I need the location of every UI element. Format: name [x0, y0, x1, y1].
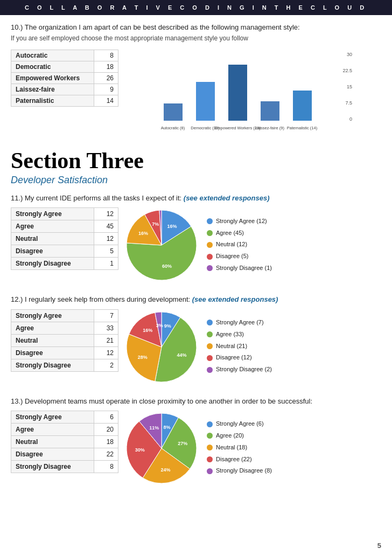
legend-dot	[207, 265, 213, 271]
table-row: Agree20	[11, 423, 118, 435]
legend-dot	[207, 320, 213, 325]
legend-dot	[207, 367, 213, 373]
row-value: 18	[94, 435, 118, 448]
legend-item: Disagree (5)	[207, 251, 272, 262]
legend-item: Strongly Agree (6)	[207, 419, 272, 429]
q11-chart-area: 16%60%16%7% Strongly Agree (12)Agree (45…	[124, 207, 381, 283]
pie-label: 7%	[152, 222, 159, 227]
legend-label: Agree (45)	[216, 228, 244, 239]
svg-text:Empowered Workers (26): Empowered Workers (26)	[214, 126, 261, 130]
legend-label: Strongly Agree (7)	[216, 317, 264, 328]
legend-item: Agree (45)	[207, 228, 272, 239]
q13-legend: Strongly Agree (6)Agree (20)Neutral (18)…	[207, 419, 272, 477]
row-value: 45	[94, 220, 118, 233]
q13-chart-area: 8%27%24%30%11% Strongly Agree (6)Agree (…	[124, 411, 381, 486]
svg-rect-9	[293, 91, 312, 121]
legend-item: Neutral (21)	[207, 341, 272, 352]
q11-pie: 16%60%16%7%	[124, 207, 199, 283]
legend-label: Agree (20)	[216, 431, 244, 441]
legend-label: Neutral (18)	[216, 442, 247, 453]
legend-dot	[207, 343, 213, 349]
question-13-label: 13.) Development teams must operate in c…	[11, 397, 381, 406]
row-value: 33	[94, 322, 118, 334]
legend-item: Strongly Agree (7)	[207, 317, 272, 328]
q13-pie-svg: 8%27%24%30%11%	[124, 411, 199, 486]
question-10-text: 10.) The organization I am apart of can …	[11, 23, 381, 32]
row-label: Democratic	[11, 61, 94, 73]
pie-label: 16%	[138, 231, 148, 237]
bar-chart-svg: 30 22.5 15 7.5 0	[129, 50, 381, 136]
table-row: Agree33	[11, 322, 118, 334]
page-number: 5	[377, 542, 381, 550]
table-row: Disagree22	[11, 448, 118, 460]
q12-pie-svg: 9%44%28%16%3%	[124, 309, 199, 385]
legend-dot	[207, 242, 213, 248]
row-label: Strongly Agree	[11, 309, 94, 322]
legend-label: Disagree (22)	[216, 454, 252, 465]
row-label: Agree	[11, 322, 94, 334]
question-12-link[interactable]: (see extended responses)	[192, 295, 278, 303]
question-11-text: 11.) My current IDE performs all the tas…	[11, 194, 181, 202]
legend-label: Neutral (21)	[216, 341, 247, 352]
legend-label: Neutral (12)	[216, 239, 247, 250]
pie-label: 28%	[138, 355, 148, 360]
legend-label: Disagree (5)	[216, 251, 249, 262]
legend-item: Agree (20)	[207, 431, 272, 441]
header-title: C O L L A B O R A T I V E C O D I N G I …	[25, 4, 367, 11]
svg-text:7.5: 7.5	[345, 100, 352, 106]
legend-dot	[207, 331, 213, 337]
legend-label: Strongly Disagree (1)	[216, 263, 272, 274]
row-label: Paternalistic	[11, 95, 94, 107]
svg-text:30: 30	[347, 52, 352, 57]
q12-table: Strongly Agree7Agree33Neutral21Disagree1…	[11, 309, 118, 372]
q12-legend: Strongly Agree (7)Agree (33)Neutral (21)…	[207, 317, 272, 376]
table-row: Democratic18	[11, 61, 118, 73]
legend-item: Disagree (12)	[207, 352, 272, 363]
table-row: Paternalistic14	[11, 95, 118, 107]
legend-dot	[207, 433, 213, 439]
row-label: Neutral	[11, 334, 94, 346]
question-10-block: 10.) The organization I am apart of can …	[11, 23, 381, 136]
legend-label: Strongly Disagree (8)	[216, 466, 272, 476]
question-11-label: 11.) My current IDE performs all the tas…	[11, 193, 381, 203]
legend-dot	[207, 254, 213, 260]
table-row: Strongly Disagree1	[11, 258, 118, 270]
row-label: Neutral	[11, 233, 94, 245]
row-value: 12	[94, 208, 118, 220]
q13-table: Strongly Agree6Agree20Neutral18Disagree2…	[11, 411, 118, 473]
row-value: 7	[94, 309, 118, 322]
row-value: 12	[94, 233, 118, 245]
question-12-label: 12.) I regularly seek help from others d…	[11, 295, 381, 304]
legend-dot	[207, 218, 213, 224]
row-label: Disagree	[11, 346, 94, 359]
question-11-link[interactable]: (see extended responses)	[184, 194, 270, 202]
row-value: 8	[94, 460, 118, 473]
legend-dot	[207, 421, 213, 427]
svg-text:22.5: 22.5	[342, 68, 352, 73]
q10-bar-chart: 30 22.5 15 7.5 0	[129, 50, 381, 136]
page-header: C O L L A B O R A T I V E C O D I N G I …	[0, 0, 392, 15]
svg-rect-6	[196, 82, 215, 121]
row-value: 14	[94, 95, 118, 107]
section-three-heading: Section Three	[11, 148, 381, 174]
row-label: Autocratic	[11, 50, 94, 61]
legend-label: Strongly Disagree (2)	[216, 364, 272, 375]
question-13-text: 13.) Development teams must operate in c…	[11, 397, 312, 405]
q12-survey-row: Strongly Agree7Agree33Neutral21Disagree1…	[11, 309, 381, 385]
legend-dot	[207, 355, 213, 361]
row-value: 20	[94, 423, 118, 435]
row-value: 26	[94, 73, 118, 84]
pie-label: 30%	[135, 447, 145, 452]
row-label: Empowered Workers	[11, 73, 94, 84]
legend-item: Strongly Disagree (8)	[207, 466, 272, 476]
legend-item: Agree (33)	[207, 329, 272, 340]
svg-text:15: 15	[347, 84, 352, 89]
row-value: 9	[94, 84, 118, 95]
row-label: Strongly Disagree	[11, 460, 94, 473]
pie-label: 16%	[167, 224, 177, 229]
row-label: Agree	[11, 423, 94, 435]
row-label: Laissez-faire	[11, 84, 94, 95]
table-row: Strongly Agree12	[11, 208, 118, 220]
table-row: Disagree5	[11, 245, 118, 258]
q10-content: Autocratic8Democratic18Empowered Workers…	[11, 50, 381, 136]
